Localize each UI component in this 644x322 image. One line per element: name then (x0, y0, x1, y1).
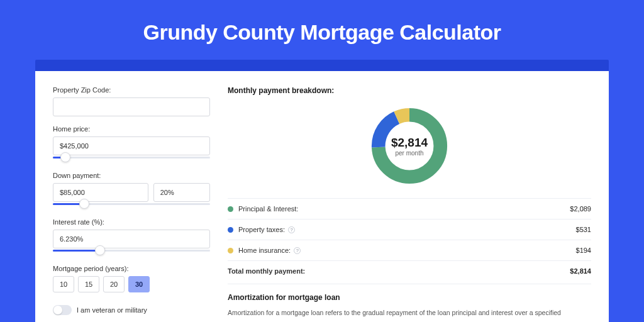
interest-rate-label: Interest rate (%): (53, 218, 210, 226)
down-payment-label: Down payment: (53, 172, 210, 179)
amortization-body: Amortization for a mortgage loan refers … (228, 308, 591, 318)
donut-center-sub: per month (395, 150, 423, 157)
home-price-slider[interactable] (53, 154, 210, 163)
period-btn-20[interactable]: 20 (103, 276, 125, 292)
field-home-price: Home price: (53, 125, 210, 163)
interest-rate-input[interactable] (53, 230, 210, 248)
interest-rate-slider-thumb[interactable] (95, 245, 105, 255)
amortization-section: Amortization for mortgage loan Amortizat… (228, 284, 591, 318)
period-btn-15[interactable]: 15 (78, 276, 99, 292)
legend-value: $531 (576, 226, 591, 233)
interest-rate-slider[interactable] (53, 247, 210, 256)
mortgage-period-label: Mortgage period (years): (53, 265, 210, 272)
info-icon[interactable]: ? (288, 226, 295, 233)
field-mortgage-period: Mortgage period (years): 10 15 20 30 (53, 265, 210, 292)
home-price-slider-thumb[interactable] (60, 152, 70, 162)
legend: Principal & Interest: $2,089 Property ta… (228, 198, 591, 281)
interest-rate-slider-fill (53, 250, 100, 252)
period-btn-10[interactable]: 10 (53, 276, 74, 292)
veteran-toggle-label: I am veteran or military (77, 306, 147, 314)
legend-value: $194 (576, 247, 591, 254)
legend-row-principal-interest: Principal & Interest: $2,089 (228, 199, 591, 219)
veteran-toggle-knob (53, 306, 62, 314)
zip-input[interactable] (53, 97, 210, 116)
total-label: Total monthly payment: (228, 267, 305, 275)
amortization-heading: Amortization for mortgage loan (228, 293, 591, 302)
info-icon[interactable]: ? (294, 247, 301, 254)
field-interest-rate: Interest rate (%): (53, 218, 210, 256)
legend-label: Principal & Interest: (238, 205, 298, 213)
dot-icon (228, 248, 233, 253)
donut-center: $2,814 per month (369, 105, 450, 187)
field-down-payment: Down payment: (53, 172, 210, 209)
field-zip: Property Zip Code: (53, 86, 210, 116)
down-payment-pct-input[interactable] (153, 183, 210, 202)
breakdown-title: Monthly payment breakdown: (228, 86, 591, 95)
legend-label: Home insurance: (238, 247, 291, 254)
tabs-strip (35, 60, 609, 71)
home-price-label: Home price: (53, 125, 210, 133)
zip-label: Property Zip Code: (53, 86, 210, 94)
down-payment-slider[interactable] (53, 201, 210, 209)
page-header: Grundy County Mortgage Calculator (0, 0, 644, 60)
total-value: $2,814 (570, 267, 591, 275)
down-payment-slider-thumb[interactable] (79, 199, 89, 209)
legend-label: Property taxes: (238, 226, 285, 233)
legend-row-total: Total monthly payment: $2,814 (228, 261, 591, 281)
legend-value: $2,089 (570, 205, 591, 213)
legend-row-property-taxes: Property taxes: ? $531 (228, 219, 591, 240)
breakdown-column: Monthly payment breakdown: $2,814 per mo… (228, 86, 591, 308)
donut-chart: $2,814 per month (369, 105, 450, 187)
dot-icon (228, 206, 233, 212)
page-title: Grundy County Mortgage Calculator (0, 20, 644, 45)
donut-center-amount: $2,814 (391, 136, 428, 150)
legend-row-home-insurance: Home insurance: ? $194 (228, 240, 591, 261)
down-payment-input[interactable] (53, 183, 148, 202)
period-btn-30[interactable]: 30 (128, 276, 150, 292)
mortgage-period-options: 10 15 20 30 (53, 276, 210, 292)
dot-icon (228, 227, 233, 233)
veteran-toggle[interactable] (53, 305, 72, 315)
calculator-card: Property Zip Code: Home price: Down paym… (35, 71, 609, 322)
veteran-toggle-row: I am veteran or military (53, 305, 210, 315)
inputs-column: Property Zip Code: Home price: Down paym… (53, 86, 210, 308)
donut-zone: $2,814 per month (228, 101, 591, 198)
home-price-input[interactable] (53, 136, 210, 155)
